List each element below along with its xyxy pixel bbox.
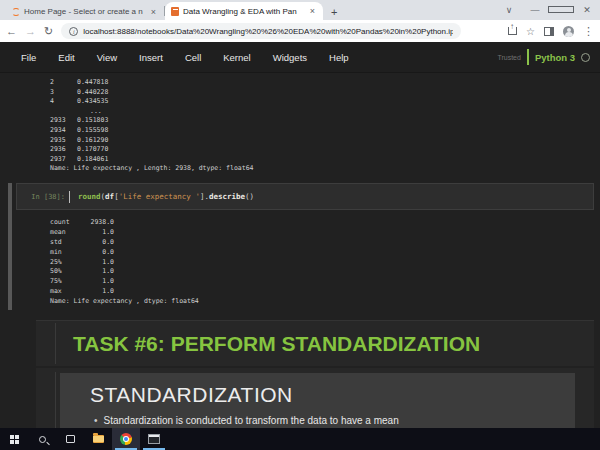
- kernel-idle-icon: [581, 53, 590, 62]
- markdown-image-cell[interactable]: STANDARDIZATION • Standardization is con…: [36, 368, 594, 428]
- slide-bullet: • Standardization is conducted to transf…: [60, 407, 575, 426]
- menu-cell[interactable]: Cell: [174, 52, 212, 63]
- selected-cell-indicator: [8, 183, 12, 310]
- code-cell-input[interactable]: In [38]: round(df['Life expectancy '].de…: [16, 183, 594, 210]
- series-row: 29340.155598: [50, 126, 254, 136]
- desktop: Home Page - Select or create a n × Data …: [0, 0, 600, 450]
- series-row: 29350.161290: [50, 136, 254, 146]
- jupyter-logo-icon: [12, 8, 20, 16]
- tab-home-page[interactable]: Home Page - Select or create a n ×: [6, 3, 164, 20]
- cell-divider-line: [55, 323, 56, 364]
- series-output: 20.447818 30.440228 40.434535 ... 29330.…: [50, 78, 254, 174]
- series-row: 29360.170770: [50, 145, 254, 155]
- notebook-favicon: [171, 7, 179, 16]
- series-row: 40.434535: [50, 97, 254, 107]
- markdown-heading-cell[interactable]: TASK #6: PERFORM STANDARDIZATION: [36, 320, 594, 366]
- menu-kernel[interactable]: Kernel: [212, 52, 261, 63]
- tab-title: Home Page - Select or create a n: [24, 7, 145, 16]
- tab-search-icon[interactable]: ∨: [496, 5, 522, 15]
- describe-row: 25%1.0: [50, 258, 199, 268]
- cell-divider-line: [55, 372, 56, 428]
- window-controls: ∨ — ✕: [496, 0, 600, 20]
- profile-avatar[interactable]: [563, 26, 574, 37]
- share-icon[interactable]: [508, 27, 517, 35]
- back-icon[interactable]: ←: [6, 25, 17, 37]
- file-explorer-button[interactable]: [84, 428, 112, 450]
- reload-icon[interactable]: ↻: [44, 25, 53, 38]
- tab-notebook[interactable]: Data Wrangling & EDA with Pan ×: [165, 2, 323, 20]
- url-field[interactable]: i localhost:8888/notebooks/Data%20Wrangl…: [61, 23, 461, 39]
- jupyter-notebook: File Edit View Insert Cell Kernel Widget…: [0, 42, 600, 428]
- series-row: 20.447818: [50, 78, 254, 88]
- describe-row: min0.0: [50, 248, 199, 258]
- menu-edit[interactable]: Edit: [47, 52, 85, 63]
- describe-row: max1.0: [50, 287, 199, 297]
- folder-icon: [93, 435, 104, 443]
- bullet-text-line1: Standardization is conducted to transfor…: [104, 415, 399, 426]
- kernel-accent-bar: [527, 49, 529, 65]
- browser-address-bar: ← → ↻ i localhost:8888/notebooks/Data%20…: [0, 20, 600, 42]
- windows-logo-icon: [10, 435, 19, 444]
- series-row: 29370.184061: [50, 155, 254, 165]
- notebook-menubar: File Edit View Insert Cell Kernel Widget…: [0, 42, 600, 73]
- side-panel-icon[interactable]: [544, 27, 554, 36]
- task-view-icon: [66, 435, 75, 443]
- tab-close-icon[interactable]: ×: [149, 7, 158, 17]
- start-button[interactable]: [0, 428, 28, 450]
- cell-prompt: In [38]:: [17, 193, 65, 201]
- maximize-button[interactable]: [548, 5, 574, 15]
- series-row: 29330.151803: [50, 116, 254, 126]
- site-info-icon[interactable]: i: [69, 27, 78, 36]
- search-icon: [39, 436, 46, 443]
- browser-tab-strip: Home Page - Select or create a n × Data …: [0, 0, 600, 20]
- slide-title: STANDARDIZATION: [60, 373, 575, 407]
- describe-row: count2938.0: [50, 218, 199, 228]
- minimize-button[interactable]: —: [522, 5, 548, 15]
- address-bar-actions: ☆ ⋮: [508, 25, 594, 38]
- series-footer: Name: Life expectancy , Length: 2938, dt…: [50, 164, 254, 174]
- browser-menu-icon[interactable]: ⋮: [583, 25, 594, 38]
- tab-title: Data Wrangling & EDA with Pan: [183, 7, 304, 16]
- slide-image: STANDARDIZATION • Standardization is con…: [60, 373, 575, 428]
- chrome-taskbar-button[interactable]: [112, 428, 140, 450]
- maximize-icon: [548, 6, 574, 13]
- windows-taskbar: [0, 428, 600, 450]
- bookmark-star-icon[interactable]: ☆: [526, 26, 535, 37]
- kernel-name: Python 3: [535, 52, 575, 63]
- terminal-icon: [148, 434, 160, 444]
- describe-row: std0.0: [50, 238, 199, 248]
- bullet-marker: •: [94, 415, 98, 426]
- code-line[interactable]: round(df['Life expectancy '].describe(): [78, 192, 254, 201]
- menu-view[interactable]: View: [86, 52, 128, 63]
- kernel-status-area: Trusted Python 3: [497, 49, 590, 65]
- terminal-taskbar-button[interactable]: [140, 428, 168, 450]
- describe-row: 50%1.0: [50, 267, 199, 277]
- chrome-icon: [120, 433, 132, 445]
- series-ellipsis-row: ...: [50, 107, 254, 117]
- describe-footer: Name: Life expectancy , dtype: float64: [50, 297, 199, 307]
- menu-help[interactable]: Help: [318, 52, 360, 63]
- text-cursor: [69, 191, 70, 203]
- describe-output: count2938.0 mean1.0 std0.0 min0.0 25%1.0…: [50, 218, 199, 307]
- describe-row: 75%1.0: [50, 277, 199, 287]
- menu-file[interactable]: File: [10, 52, 47, 63]
- trusted-label: Trusted: [497, 54, 520, 61]
- task-heading: TASK #6: PERFORM STANDARDIZATION: [73, 321, 480, 367]
- forward-icon[interactable]: →: [25, 25, 36, 37]
- new-tab-button[interactable]: +: [323, 6, 345, 20]
- taskbar-search-button[interactable]: [28, 428, 56, 450]
- close-button[interactable]: ✕: [574, 5, 600, 15]
- series-row: 30.440228: [50, 88, 254, 98]
- tab-close-icon[interactable]: ×: [308, 6, 317, 16]
- url-text: localhost:8888/notebooks/Data%20Wranglin…: [83, 27, 453, 36]
- menu-insert[interactable]: Insert: [128, 52, 174, 63]
- task-view-button[interactable]: [56, 428, 84, 450]
- describe-row: mean1.0: [50, 228, 199, 238]
- menu-widgets[interactable]: Widgets: [262, 52, 318, 63]
